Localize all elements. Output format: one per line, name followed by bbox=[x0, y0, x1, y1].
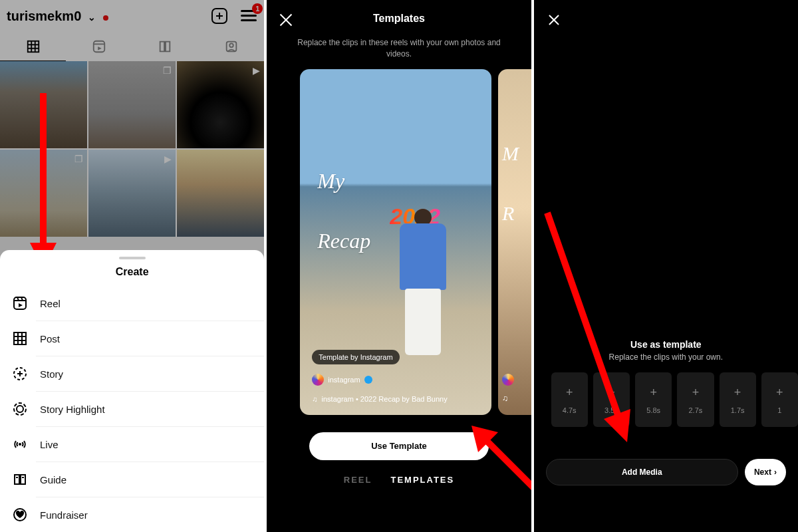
next-button[interactable]: Next › bbox=[745, 459, 786, 485]
use-template-sub: Replace the clips with your own. bbox=[534, 352, 798, 362]
add-media-button[interactable]: Add Media bbox=[546, 459, 738, 485]
svg-marker-7 bbox=[98, 47, 102, 51]
clip-duration: 2.7s bbox=[688, 406, 702, 414]
template-photo-subject bbox=[393, 209, 453, 355]
profile-tabs bbox=[0, 32, 264, 61]
reel-icon: ▶ bbox=[253, 65, 260, 76]
template-author-name: instagram bbox=[328, 376, 360, 384]
post-thumbnail[interactable] bbox=[0, 61, 87, 148]
clip-duration: 5.8s bbox=[646, 406, 660, 414]
clip-duration: 1 bbox=[777, 406, 781, 414]
live-icon bbox=[12, 436, 28, 452]
reel-icon: ▶ bbox=[164, 154, 172, 164]
close-button[interactable] bbox=[543, 9, 565, 31]
svg-rect-10 bbox=[14, 297, 26, 309]
create-option-reel[interactable]: Reel bbox=[0, 286, 264, 321]
clip-duration: 4.7s bbox=[563, 406, 577, 414]
fundraiser-icon bbox=[12, 507, 28, 523]
create-option-guide[interactable]: Guide bbox=[0, 462, 264, 497]
guide-icon bbox=[12, 471, 28, 487]
template-text-recap: Recap bbox=[317, 229, 370, 253]
carousel-icon: ❐ bbox=[74, 154, 83, 164]
svg-rect-0 bbox=[27, 41, 39, 52]
menu-badge: 1 bbox=[252, 3, 263, 14]
clip-duration: 3.5s bbox=[604, 406, 618, 414]
tab-reel[interactable]: REEL bbox=[344, 475, 372, 485]
create-sheet: Create Reel Post Story Story Highlight bbox=[0, 250, 264, 532]
tab-tagged[interactable] bbox=[198, 32, 264, 61]
create-option-label: Reel bbox=[40, 298, 61, 309]
create-button[interactable] bbox=[211, 7, 228, 25]
create-option-label: Fundraiser bbox=[40, 509, 88, 521]
username-label: turismekm0 bbox=[7, 9, 81, 23]
tab-posts[interactable] bbox=[0, 32, 66, 61]
use-template-header: Use as template Replace the clips with y… bbox=[534, 339, 798, 362]
use-as-template-screen: Use as template Replace the clips with y… bbox=[534, 0, 798, 532]
profile-top-bar: turismekm0 ⌄ 1 bbox=[0, 0, 264, 32]
plus-icon: + bbox=[566, 386, 573, 400]
clip-slot[interactable]: +3.5s bbox=[593, 372, 630, 427]
clip-slots-row[interactable]: +4.7s +3.5s +5.8s +2.7s +1.7s +1 bbox=[551, 372, 798, 427]
clip-slot[interactable]: +5.8s bbox=[635, 372, 672, 427]
plus-icon: + bbox=[650, 386, 657, 400]
svg-rect-5 bbox=[94, 41, 105, 53]
chevron-down-icon: ⌄ bbox=[88, 12, 96, 23]
svg-rect-15 bbox=[14, 332, 26, 344]
tab-templates[interactable]: TEMPLATES bbox=[390, 475, 454, 485]
instagram-avatar-icon bbox=[312, 374, 324, 386]
clip-slot[interactable]: +2.7s bbox=[677, 372, 714, 427]
create-option-label: Post bbox=[40, 333, 60, 344]
template-carousel[interactable]: My 2022 Recap Template by Instagram inst… bbox=[267, 69, 531, 415]
templates-subtitle: Replace the clips in these reels with yo… bbox=[267, 37, 531, 69]
sheet-grabber[interactable] bbox=[119, 257, 146, 259]
post-thumbnail[interactable] bbox=[177, 150, 264, 237]
template-card[interactable]: My 2022 Recap Template by Instagram inst… bbox=[300, 69, 491, 415]
use-template-heading: Use as template bbox=[534, 339, 798, 350]
create-option-highlight[interactable]: Story Highlight bbox=[0, 392, 264, 426]
use-template-button[interactable]: Use Template bbox=[309, 432, 489, 460]
post-thumbnail[interactable]: ▶ bbox=[177, 61, 264, 148]
plus-icon: + bbox=[692, 386, 700, 400]
plus-icon: + bbox=[734, 386, 741, 400]
template-author-row[interactable]: instagram bbox=[312, 374, 372, 386]
svg-point-9 bbox=[229, 43, 233, 47]
create-option-label: Guide bbox=[40, 474, 66, 485]
instagram-avatar-icon bbox=[502, 374, 514, 386]
clip-slot[interactable]: +4.7s bbox=[551, 372, 588, 427]
create-option-post[interactable]: Post bbox=[0, 321, 264, 356]
create-option-fundraiser[interactable]: Fundraiser bbox=[0, 497, 264, 532]
svg-line-30 bbox=[485, 439, 531, 499]
create-option-label: Story bbox=[40, 368, 63, 380]
create-option-label: Live bbox=[40, 439, 59, 450]
peek-text-2: R bbox=[502, 202, 514, 225]
post-thumbnail[interactable]: ▶ bbox=[88, 150, 176, 237]
username-switcher[interactable]: turismekm0 ⌄ bbox=[7, 9, 108, 24]
svg-marker-14 bbox=[19, 303, 23, 307]
tab-reels[interactable] bbox=[66, 32, 132, 61]
create-option-story[interactable]: Story bbox=[0, 356, 264, 391]
clip-slot[interactable]: +1 bbox=[761, 372, 798, 427]
capture-mode-tabs: REEL TEMPLATES bbox=[267, 475, 531, 485]
templates-title: Templates bbox=[373, 13, 425, 25]
templates-header: Templates bbox=[267, 0, 531, 37]
post-thumbnail[interactable]: ❐ bbox=[0, 150, 87, 237]
plus-icon: + bbox=[776, 386, 783, 400]
plus-square-icon bbox=[211, 8, 227, 24]
close-button[interactable] bbox=[277, 12, 295, 29]
template-music-row[interactable]: ♫ instagram • 2022 Recap by Bad Bunny bbox=[312, 395, 447, 403]
posts-grid: ❐ ▶ ❐ ▶ bbox=[0, 61, 264, 237]
post-thumbnail[interactable]: ❐ bbox=[88, 61, 176, 148]
carousel-icon: ❐ bbox=[163, 65, 172, 76]
create-option-live[interactable]: Live bbox=[0, 427, 264, 462]
grid-icon bbox=[12, 331, 28, 346]
clip-slot[interactable]: +1.7s bbox=[720, 372, 756, 427]
plus-icon: + bbox=[608, 386, 615, 400]
menu-button[interactable]: 1 bbox=[240, 7, 257, 25]
sheet-title: Create bbox=[0, 266, 264, 278]
template-music-label: instagram • 2022 Recap by Bad Bunny bbox=[322, 395, 448, 403]
peek-text-1: M bbox=[502, 142, 519, 165]
chevron-right-icon: › bbox=[774, 467, 777, 477]
svg-point-23 bbox=[14, 403, 26, 415]
template-card-peek[interactable]: M R ♫ bbox=[498, 69, 531, 415]
tab-guides[interactable] bbox=[132, 32, 198, 61]
